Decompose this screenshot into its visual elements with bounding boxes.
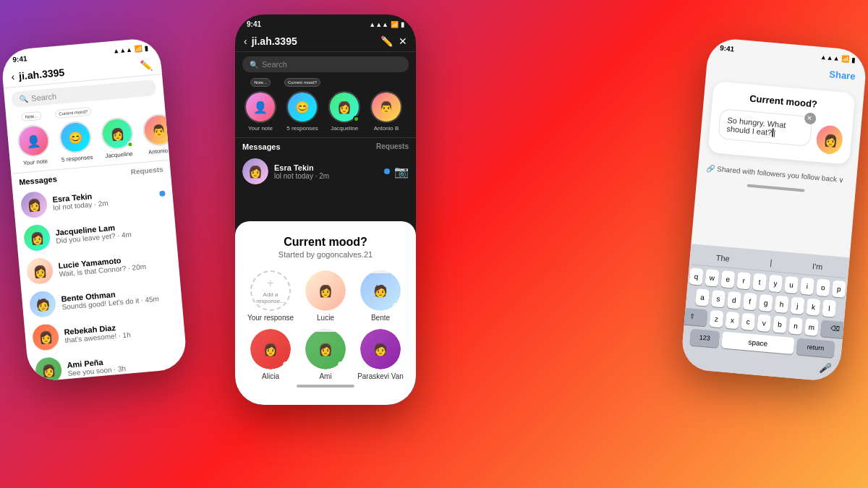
- status-bar-center: 9:41 ▲▲▲ 📶 ▮: [235, 14, 416, 31]
- key-x[interactable]: x: [725, 312, 739, 329]
- key-r[interactable]: r: [736, 272, 751, 289]
- key-shift[interactable]: ⇧: [680, 307, 707, 326]
- share-button[interactable]: Share: [829, 69, 856, 82]
- note-bubble-mood: Current mood?: [55, 107, 92, 119]
- key-b[interactable]: b: [773, 316, 787, 333]
- key-backspace[interactable]: ⌫: [820, 320, 851, 338]
- time-center: 9:41: [247, 20, 261, 28]
- back-button-center[interactable]: ‹: [244, 35, 247, 47]
- suggestion-left[interactable]: The: [715, 253, 730, 263]
- online-dot-ami: [338, 361, 344, 368]
- response-item-lucie[interactable]: 👩 Feeling festive Lucie: [302, 270, 349, 322]
- key-s[interactable]: s: [711, 290, 726, 307]
- key-p[interactable]: p: [832, 281, 846, 298]
- mood-card: Current mood? So hungry. What should I e…: [708, 81, 856, 165]
- note-responses-center[interactable]: Current mood? 😊 5 responses: [284, 91, 320, 132]
- search-placeholder-left: Search: [31, 92, 57, 103]
- note-antonio[interactable]: 👨 Antonio B: [140, 113, 169, 156]
- response-item-bente[interactable]: 🧑 Bored. Anyone wanna chat? Bente: [357, 270, 404, 322]
- suggestion-mid[interactable]: |: [770, 258, 773, 267]
- key-g[interactable]: g: [759, 294, 773, 312]
- note-your-note[interactable]: Note... 👤 Your note: [14, 124, 54, 167]
- response-add-button[interactable]: + Add a response...: [250, 270, 291, 311]
- msg-name-center-esra: Esra Tekin: [274, 163, 375, 172]
- key-t[interactable]: t: [752, 273, 767, 291]
- status-icons-right: ▲▲▲ 📶 ▮: [820, 53, 856, 63]
- note-label-responses: 5 responses: [61, 154, 93, 163]
- key-space[interactable]: space: [721, 331, 795, 354]
- response-item-alicia[interactable]: 👩 😒 Alicia: [247, 329, 294, 380]
- online-dot-center: [353, 116, 359, 122]
- online-dot-bente: [393, 303, 399, 309]
- key-w[interactable]: w: [705, 269, 719, 286]
- wifi-icon-left: 📶: [134, 45, 142, 53]
- response-label-lucie: Lucie: [317, 314, 334, 322]
- key-return[interactable]: return: [796, 338, 835, 358]
- home-indicator-center: [297, 385, 354, 388]
- phone-center: 9:41 ▲▲▲ 📶 ▮ ‹ ji.ah.3395 ✏️ ✕ 🔍 Search …: [235, 14, 416, 405]
- requests-label-left[interactable]: Requests: [130, 165, 163, 176]
- edit-icon-center[interactable]: ✏️: [380, 35, 393, 47]
- title-center: ji.ah.3395: [252, 35, 380, 47]
- response-label-bente: Bente: [371, 314, 390, 322]
- back-button-left[interactable]: ‹: [11, 71, 15, 82]
- key-j[interactable]: j: [791, 297, 805, 314]
- camera-icon-center: 📷: [394, 165, 409, 179]
- note-label-center-jacqueline: Jacqueline: [331, 125, 358, 132]
- modal-subtitle: Started by gogoncalves.21: [247, 250, 404, 259]
- response-bubble-ami: Annoyed with you know who: [305, 329, 346, 332]
- key-i[interactable]: i: [800, 278, 814, 295]
- key-e[interactable]: e: [720, 270, 735, 288]
- time-left: 9:41: [12, 54, 27, 64]
- key-y[interactable]: y: [768, 275, 783, 292]
- status-icons-left: ▲▲▲ 📶 ▮: [113, 44, 148, 54]
- response-item-paraskevi[interactable]: 🧑 🙂 Paraskevi Van: [357, 329, 404, 380]
- signal-icon-left: ▲▲▲: [113, 46, 133, 54]
- messages-label-center: Messages: [242, 142, 281, 151]
- search-icon-left: 🔍: [19, 95, 28, 103]
- key-m[interactable]: m: [804, 318, 819, 335]
- note-label-jacqueline: Jacqueline: [105, 150, 133, 159]
- note-responses[interactable]: Current mood? 😊 5 responses: [56, 120, 95, 163]
- key-u[interactable]: u: [784, 276, 799, 294]
- note-your-note-center[interactable]: Note... 👤 Your note: [242, 91, 278, 132]
- header-center: ‹ ji.ah.3395 ✏️ ✕: [235, 31, 416, 52]
- note-antonio-center[interactable]: 👨 Antonio B: [368, 91, 404, 132]
- section-header-center: Messages Requests: [235, 140, 416, 154]
- microphone-icon[interactable]: 🎤: [819, 361, 832, 374]
- search-bar-center[interactable]: 🔍 Search: [242, 56, 409, 72]
- note-label-center-antonio: Antonio B: [374, 125, 399, 132]
- responses-grid: + Add a response... Your response 👩 Feel…: [247, 270, 404, 380]
- key-d[interactable]: d: [727, 291, 741, 309]
- key-f[interactable]: f: [743, 293, 757, 310]
- note-jacqueline[interactable]: 👩 Jacqueline: [98, 116, 137, 160]
- close-bubble-btn[interactable]: ✕: [804, 112, 816, 124]
- key-a[interactable]: a: [695, 288, 710, 306]
- modal-sheet-center: Current mood? Started by gogoncalves.21 …: [235, 221, 416, 405]
- key-numbers[interactable]: 123: [689, 329, 720, 348]
- key-v[interactable]: v: [757, 314, 771, 332]
- response-label-your: Your response: [247, 314, 294, 322]
- edit-icon-left[interactable]: ✏️: [140, 59, 153, 71]
- note-jacqueline-center[interactable]: 👩 Jacqueline: [326, 91, 362, 132]
- response-item-your[interactable]: + Add a response... Your response: [247, 270, 294, 322]
- suggestion-right[interactable]: I'm: [812, 262, 823, 271]
- battery-icon-left: ▮: [144, 44, 148, 51]
- note-label-antonio: Antonio B: [148, 147, 170, 155]
- key-n[interactable]: n: [788, 317, 803, 334]
- key-h[interactable]: h: [775, 296, 789, 313]
- close-icon-center[interactable]: ✕: [399, 35, 407, 47]
- key-c[interactable]: c: [741, 313, 755, 330]
- response-label-paraskevi: Paraskevi Van: [357, 372, 404, 380]
- status-icons-center: ▲▲▲ 📶 ▮: [369, 21, 404, 28]
- messages-label-left: Messages: [19, 174, 57, 187]
- key-z[interactable]: z: [710, 310, 724, 328]
- home-indicator-right: [747, 184, 805, 192]
- key-o[interactable]: o: [816, 279, 830, 296]
- msg-item-center-esra[interactable]: 👩 Esra Tekin lol not today · 2m 📷: [235, 154, 416, 189]
- response-item-ami[interactable]: 👩 Annoyed with you know who Ami: [302, 329, 349, 380]
- key-q[interactable]: q: [689, 267, 704, 285]
- key-k[interactable]: k: [806, 299, 820, 316]
- key-l[interactable]: l: [822, 299, 836, 317]
- requests-label-center[interactable]: Requests: [376, 142, 409, 151]
